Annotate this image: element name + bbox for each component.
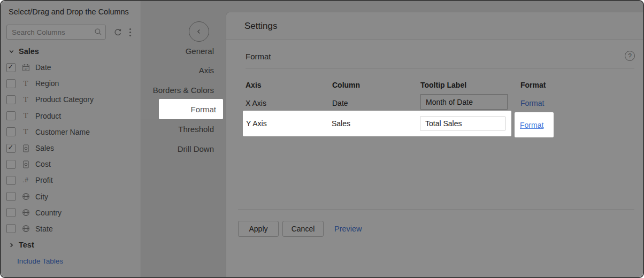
dim-overlay xyxy=(1,1,643,277)
y-axis-format-link[interactable]: Format xyxy=(520,121,543,129)
y-axis-format-highlight: Format xyxy=(515,112,554,137)
nav-item-format-highlight[interactable]: Format xyxy=(159,99,223,119)
y-axis-tooltip-input[interactable] xyxy=(420,117,505,130)
y-axis-column: Sales xyxy=(332,119,350,128)
y-axis-row-highlight: Y Axis Sales xyxy=(243,111,511,136)
y-axis-label: Y Axis xyxy=(246,119,267,128)
app-window: Select/Drag and Drop the Columns xyxy=(0,0,644,278)
